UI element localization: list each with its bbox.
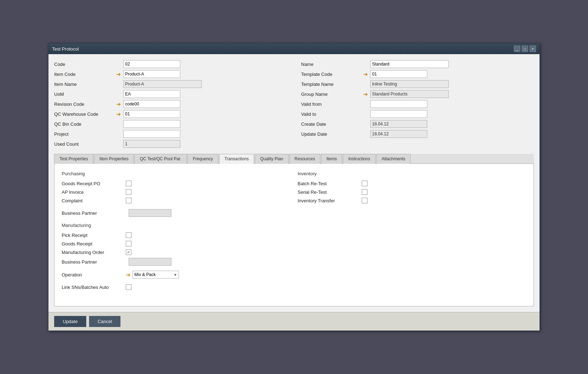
batch-retest-row: Batch Re-Test <box>298 181 526 186</box>
maximize-button[interactable]: □ <box>522 46 528 52</box>
valid-from-row: Valid from → <box>301 100 534 108</box>
tab-attachments[interactable]: Attachments <box>376 154 411 164</box>
qc-bin-label: QC Bin Code <box>54 121 115 127</box>
update-date-input <box>370 130 427 138</box>
main-window: Test Protocol _ □ × Code → Item Code ➔ <box>48 43 540 331</box>
name-input[interactable] <box>370 60 449 68</box>
tab-items[interactable]: Items <box>321 154 342 164</box>
qc-bin-row: QC Bin Code → <box>54 120 287 128</box>
group-name-label: Group Name <box>301 92 362 97</box>
tab-resources[interactable]: Resources <box>289 154 320 164</box>
create-date-input <box>370 120 427 128</box>
link-sns-checkbox[interactable] <box>126 284 131 290</box>
purchasing-section: Purchasing Goods Receipt PO AP Invoice C… <box>62 171 290 217</box>
purchasing-bp-row: Business Partner <box>62 209 290 217</box>
item-name-input <box>123 80 202 88</box>
operation-dropdown[interactable]: Mix & Pack ▼ <box>133 271 179 279</box>
revision-code-arrow-icon[interactable]: ➔ <box>115 101 122 108</box>
operation-label: Operation <box>62 272 126 277</box>
complaint-checkbox[interactable] <box>126 198 131 203</box>
link-sns-row: Link SNs/Batches Auto <box>62 284 290 290</box>
revision-code-label: Revision Code <box>54 102 115 107</box>
batch-retest-label: Batch Re-Test <box>298 181 362 186</box>
project-input[interactable] <box>123 130 180 138</box>
uom-input[interactable] <box>123 90 180 98</box>
project-row: Project → <box>54 130 287 138</box>
valid-to-input[interactable] <box>370 110 427 118</box>
valid-from-input[interactable] <box>370 100 427 108</box>
item-code-arrow-icon[interactable]: ➔ <box>115 71 122 78</box>
tab-qc-test[interactable]: QC Test/QC Pool Par. <box>134 154 187 164</box>
pick-receipt-checkbox[interactable] <box>126 232 131 238</box>
inventory-transfer-checkbox[interactable] <box>362 198 367 203</box>
manufacturing-order-label: Manufacturing Order <box>62 250 126 255</box>
cancel-button[interactable]: Cancel <box>89 316 120 327</box>
template-name-row: Template Name → <box>301 80 534 88</box>
tabs-container: Test Properties Item Properties QC Test/… <box>54 154 534 306</box>
link-sns-label: Link SNs/Batches Auto <box>62 285 126 290</box>
inventory-transfer-row: Inventory Transfer <box>298 198 526 203</box>
manufacturing-bp-input[interactable] <box>129 258 171 266</box>
valid-to-label: Valid to <box>301 111 362 117</box>
inventory-title: Inventory <box>298 171 526 176</box>
form-right: Name → Template Code ➔ Template Name → G… <box>301 60 534 148</box>
update-date-row: Update Date → <box>301 130 534 138</box>
ap-invoice-label: AP Invoice <box>62 189 126 195</box>
template-code-arrow-icon[interactable]: ➔ <box>362 71 369 78</box>
group-name-arrow-icon[interactable]: ➔ <box>362 91 369 98</box>
uom-label: UoM <box>54 92 115 97</box>
ap-invoice-checkbox[interactable] <box>126 189 131 195</box>
pick-receipt-row: Pick Receipt <box>62 232 290 238</box>
transactions-right: Inventory Batch Re-Test Serial Re-Test I… <box>298 171 526 293</box>
used-count-row: Used Count → <box>54 140 287 148</box>
title-bar: Test Protocol _ □ × <box>48 43 540 54</box>
serial-retest-checkbox[interactable] <box>362 189 367 195</box>
window-title: Test Protocol <box>52 46 79 52</box>
qc-warehouse-label: QC Warehouse Code <box>54 111 115 117</box>
tab-quality-plan[interactable]: Quality Plan <box>255 154 289 164</box>
qc-warehouse-input[interactable] <box>123 110 180 118</box>
goods-receipt-row: Goods Receipt <box>62 241 290 246</box>
code-input[interactable] <box>123 60 180 68</box>
manufacturing-title: Manufacturing <box>62 223 290 228</box>
purchasing-bp-input[interactable] <box>129 209 171 217</box>
update-button[interactable]: Update <box>54 316 86 327</box>
title-bar-controls: _ □ × <box>514 46 536 52</box>
manufacturing-order-checkbox[interactable] <box>126 249 131 255</box>
ap-invoice-row: AP Invoice <box>62 189 290 195</box>
close-button[interactable]: × <box>530 46 536 52</box>
revision-code-input[interactable] <box>123 100 180 108</box>
purchasing-title: Purchasing <box>62 171 290 176</box>
template-code-input[interactable] <box>370 70 427 78</box>
manufacturing-bp-label: Business Partner <box>62 259 126 265</box>
item-code-row: Item Code ➔ <box>54 70 287 78</box>
used-count-input <box>123 140 180 148</box>
template-code-label: Template Code <box>301 72 362 77</box>
operation-arrow-icon[interactable]: ➔ <box>126 271 130 278</box>
inventory-transfer-label: Inventory Transfer <box>298 198 362 203</box>
create-date-label: Create Date <box>301 121 362 127</box>
name-label: Name <box>301 62 362 67</box>
tab-test-properties[interactable]: Test Properties <box>54 154 93 164</box>
item-code-input[interactable] <box>123 70 180 78</box>
template-name-input <box>370 80 449 88</box>
qc-warehouse-arrow-icon[interactable]: ➔ <box>115 111 122 118</box>
form-grid: Code → Item Code ➔ Item Name → UoM → <box>54 60 534 148</box>
goods-receipt-po-row: Goods Receipt PO <box>62 181 290 186</box>
tab-transactions[interactable]: Transactions <box>219 154 254 164</box>
goods-receipt-po-checkbox[interactable] <box>126 181 131 186</box>
qc-bin-input[interactable] <box>123 120 180 128</box>
goods-receipt-po-label: Goods Receipt PO <box>62 181 126 186</box>
valid-to-row: Valid to → <box>301 110 534 118</box>
manufacturing-bp-row: Business Partner <box>62 258 290 266</box>
goods-receipt-checkbox[interactable] <box>126 241 131 246</box>
complaint-row: Complaint <box>62 198 290 203</box>
goods-receipt-label: Goods Receipt <box>62 241 126 246</box>
tab-frequency[interactable]: Frequency <box>187 154 218 164</box>
tab-item-properties[interactable]: Item Properties <box>94 154 134 164</box>
batch-retest-checkbox[interactable] <box>362 181 367 186</box>
minimize-button[interactable]: _ <box>514 46 520 52</box>
form-left: Code → Item Code ➔ Item Name → UoM → <box>54 60 287 148</box>
name-row: Name → <box>301 60 534 68</box>
tab-instructions[interactable]: Instructions <box>343 154 375 164</box>
